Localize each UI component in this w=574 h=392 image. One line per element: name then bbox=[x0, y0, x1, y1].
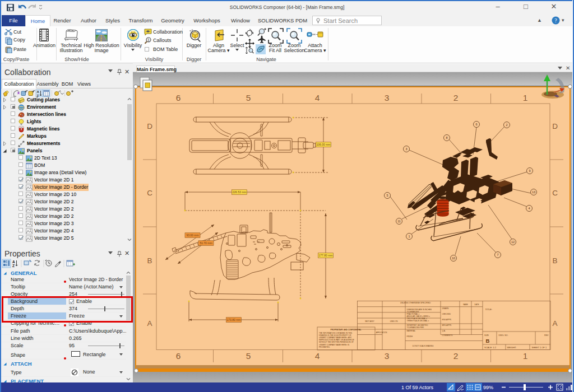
svg-text:MFG APPR.: MFG APPR. bbox=[442, 324, 452, 326]
svg-text:ENG APPR.: ENG APPR. bbox=[442, 319, 452, 321]
svg-text:USED ON: USED ON bbox=[390, 320, 398, 323]
svg-text:3: 3 bbox=[385, 351, 390, 361]
svg-text:11: 11 bbox=[397, 220, 401, 223]
svg-text:4: 4 bbox=[528, 207, 530, 210]
svg-text:C: C bbox=[552, 189, 558, 197]
svg-text:Z: Z bbox=[12, 264, 15, 268]
svg-text:DO NOT SCALE DRAWING: DO NOT SCALE DRAWING bbox=[413, 345, 434, 347]
svg-text:6: 6 bbox=[475, 123, 477, 126]
svg-text:REV: REV bbox=[544, 334, 549, 337]
svg-text:SCALE: 1:2: SCALE: 1:2 bbox=[484, 346, 497, 349]
svg-text:7: 7 bbox=[497, 253, 498, 256]
svg-text:1: 1 bbox=[523, 351, 528, 361]
svg-text:PROPRIETARY AND CONFIDENTIAL: PROPRIETARY AND CONFIDENTIAL bbox=[331, 329, 362, 331]
svg-text:C: C bbox=[147, 189, 152, 197]
svg-text:SIZE: SIZE bbox=[484, 334, 489, 337]
svg-text:106.00 mm: 106.00 mm bbox=[316, 143, 330, 146]
svg-text:51.70 mm: 51.70 mm bbox=[200, 241, 212, 245]
svg-text:6: 6 bbox=[176, 351, 181, 361]
svg-text:8: 8 bbox=[446, 136, 447, 139]
svg-text:D: D bbox=[552, 122, 558, 130]
svg-text:THREE PLACE DECIMAL ±: THREE PLACE DECIMAL ± bbox=[407, 320, 429, 322]
svg-text:FINISH: FINISH bbox=[407, 335, 413, 338]
svg-text:B: B bbox=[552, 256, 557, 265]
svg-text:173.80 mm: 173.80 mm bbox=[226, 318, 240, 321]
svg-text:TITLE:: TITLE: bbox=[485, 308, 493, 311]
svg-text:93.00 mm: 93.00 mm bbox=[186, 234, 198, 237]
svg-text:177.80 mm: 177.80 mm bbox=[318, 254, 332, 257]
svg-text:COMMENTS:: COMMENTS: bbox=[442, 334, 453, 337]
svg-text:3: 3 bbox=[385, 93, 390, 102]
svg-text:TOLERANCING PER:: TOLERANCING PER: bbox=[407, 326, 424, 329]
svg-text:Q.A.: Q.A. bbox=[442, 330, 446, 332]
svg-text:2: 2 bbox=[506, 123, 507, 127]
svg-text:3: 3 bbox=[405, 147, 407, 151]
svg-text:2: 2 bbox=[453, 351, 459, 361]
svg-text:NEXT ASSY: NEXT ASSY bbox=[365, 320, 374, 323]
svg-text:DWG. NO.: DWG. NO. bbox=[499, 334, 508, 337]
svg-text:PROHIBITED.: PROHIBITED. bbox=[319, 346, 330, 348]
svg-text:2: 2 bbox=[453, 93, 459, 102]
svg-text:CHECKED: CHECKED bbox=[442, 313, 451, 315]
svg-text:D: D bbox=[147, 122, 152, 130]
svg-text:4: 4 bbox=[315, 351, 320, 361]
svg-text:1: 1 bbox=[523, 93, 528, 102]
svg-text:DATE: DATE bbox=[475, 304, 479, 306]
svg-text:1: 1 bbox=[147, 38, 150, 42]
svg-text:WEIGHT:: WEIGHT: bbox=[507, 346, 517, 349]
svg-text:SHEET 1 OF 1: SHEET 1 OF 1 bbox=[532, 346, 547, 349]
svg-text:DRAWN: DRAWN bbox=[442, 307, 450, 310]
svg-text:B: B bbox=[147, 256, 152, 265]
svg-text:9: 9 bbox=[529, 169, 530, 172]
svg-text:13: 13 bbox=[532, 190, 535, 194]
svg-text:A: A bbox=[37, 90, 40, 94]
svg-text:6: 6 bbox=[176, 93, 181, 102]
svg-text:A: A bbox=[12, 260, 15, 264]
svg-text:5: 5 bbox=[246, 351, 251, 361]
svg-text:226.53 mm: 226.53 mm bbox=[232, 190, 246, 194]
svg-text:99%: 99% bbox=[483, 385, 493, 390]
svg-text:5: 5 bbox=[246, 93, 251, 102]
svg-text:UNLESS OTHERWISE SPECIFIED:: UNLESS OTHERWISE SPECIFIED: bbox=[400, 302, 431, 304]
svg-text:MATERIAL: MATERIAL bbox=[407, 330, 416, 332]
svg-text:B: B bbox=[486, 338, 490, 344]
svg-text:4: 4 bbox=[315, 93, 320, 102]
svg-text:APPLICATION: APPLICATION bbox=[376, 332, 387, 334]
svg-text:NAME: NAME bbox=[463, 304, 468, 306]
svg-text:10: 10 bbox=[452, 256, 455, 260]
svg-text:?: ? bbox=[554, 17, 557, 24]
svg-text:12: 12 bbox=[511, 240, 515, 244]
svg-text:A: A bbox=[147, 319, 152, 328]
svg-text:1: 1 bbox=[408, 235, 410, 238]
svg-text:A: A bbox=[552, 319, 557, 328]
svg-text:5: 5 bbox=[386, 194, 388, 197]
